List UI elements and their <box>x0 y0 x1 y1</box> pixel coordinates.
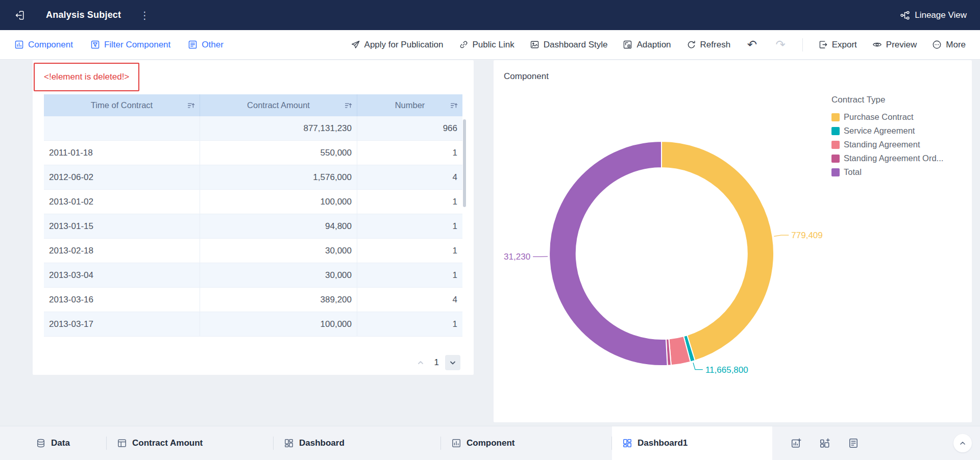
exit-icon <box>14 10 26 21</box>
column-header-contract-amount[interactable]: Contract Amount <box>200 94 357 116</box>
column-label: Number <box>395 100 425 110</box>
page-down-button[interactable] <box>445 355 460 370</box>
tab-component[interactable]: Component <box>441 426 611 460</box>
top-bar: Analysis Subject ⋮ Lineage View <box>0 0 980 30</box>
legend-item[interactable]: Standing Agreement Ord... <box>831 151 943 165</box>
add-filter-component-button[interactable]: Filter Component <box>90 40 170 50</box>
paper-plane-icon <box>351 40 360 49</box>
export-button[interactable]: Export <box>818 40 857 50</box>
column-header-number[interactable]: Number <box>357 94 462 116</box>
table-cell: 30,000 <box>200 263 357 287</box>
table-cell: 100,000 <box>200 312 357 336</box>
table-row[interactable]: 2011-01-18550,0001 <box>44 141 462 165</box>
legend-title: Contract Type <box>831 95 943 105</box>
table-row[interactable]: 2013-03-17100,0001 <box>44 312 462 337</box>
table-cell: 1 <box>357 312 462 336</box>
table-row[interactable]: 2013-01-02100,0001 <box>44 190 462 214</box>
exit-edit-button[interactable] <box>13 9 27 22</box>
deleted-element-notice: <!element is deleted!> <box>34 63 139 91</box>
more-button[interactable]: More <box>932 40 966 50</box>
database-icon <box>36 438 46 448</box>
tab-contract-amount[interactable]: Contract Amount <box>107 426 273 460</box>
adaption-button[interactable]: Adaption <box>623 40 671 50</box>
add-dashboard-tab-button[interactable] <box>818 437 831 450</box>
legend-items: Purchase ContractService AgreementStandi… <box>831 110 943 179</box>
column-header-time-of-contract[interactable]: Time of Contract <box>44 94 200 116</box>
dashboard-style-button[interactable]: Dashboard Style <box>530 40 608 50</box>
refresh-button[interactable]: Refresh <box>687 40 731 50</box>
redo-button[interactable]: ↷ <box>774 39 787 50</box>
column-label: Time of Contract <box>91 100 153 110</box>
tab-dashboard1[interactable]: Dashboard1 <box>612 426 772 460</box>
tab-label: Contract Amount <box>132 438 203 448</box>
more-label: More <box>946 40 966 50</box>
table-cell: 2013-01-15 <box>44 214 200 238</box>
collapse-bottom-bar-button[interactable] <box>953 434 972 452</box>
component-label: Component <box>28 40 73 50</box>
table-cell: 2013-03-16 <box>44 288 200 312</box>
table-cell: 2012-06-02 <box>44 165 200 189</box>
table-cell: 100,000 <box>200 190 357 214</box>
sort-icon[interactable] <box>187 101 195 110</box>
page-title: Analysis Subject <box>46 10 121 20</box>
legend-item[interactable]: Total <box>831 165 943 179</box>
table-row[interactable]: 2013-02-1830,0001 <box>44 239 462 263</box>
table-cell: 1 <box>357 190 462 214</box>
add-chart-tab-button[interactable] <box>790 437 803 450</box>
add-component-button[interactable]: Component <box>14 40 73 50</box>
sort-icon[interactable] <box>344 101 352 110</box>
add-other-button[interactable]: Other <box>188 40 224 50</box>
title-kebab-menu-icon[interactable]: ⋮ <box>139 10 150 20</box>
undo-button[interactable]: ↶ <box>746 39 758 50</box>
callout-label: 31,230 <box>504 252 530 262</box>
apply-for-publication-button[interactable]: Apply for Publication <box>351 40 444 50</box>
callout-line <box>774 235 789 236</box>
table-cell: 1,576,000 <box>200 165 357 189</box>
table-row[interactable]: 2013-01-1594,8001 <box>44 214 462 239</box>
export-icon <box>818 40 828 49</box>
table-cell: 30,000 <box>200 239 357 263</box>
public-link-button[interactable]: Public Link <box>459 40 514 50</box>
table-row[interactable]: 2013-03-0430,0001 <box>44 263 462 288</box>
legend-label: Service Agreement <box>844 126 915 136</box>
table-scrollbar-thumb[interactable] <box>463 119 466 207</box>
column-label: Contract Amount <box>247 100 310 110</box>
dashboard-icon <box>284 438 294 448</box>
public-link-label: Public Link <box>473 40 514 50</box>
tab-dashboard[interactable]: Dashboard <box>274 426 440 460</box>
legend-swatch-icon <box>831 168 840 176</box>
legend-swatch-icon <box>831 155 840 163</box>
legend-swatch-icon <box>831 113 840 121</box>
tab-label: Dashboard1 <box>638 438 688 448</box>
donut-slice-0[interactable] <box>662 141 774 361</box>
notes-button[interactable] <box>847 437 860 450</box>
sort-icon[interactable] <box>450 101 458 110</box>
table-row[interactable]: 2012-06-021,576,0004 <box>44 165 462 190</box>
table-row[interactable]: 877,131,230966 <box>44 116 462 141</box>
eye-icon <box>872 40 882 49</box>
component-icon <box>14 40 24 49</box>
table-pagination: 1 <box>413 355 460 370</box>
table-partial-row <box>44 337 462 340</box>
link-icon <box>459 40 469 49</box>
table-cell: 1 <box>357 263 462 287</box>
more-ellipsis-icon <box>932 40 942 49</box>
page-up-button[interactable] <box>413 355 428 370</box>
table-cell: 966 <box>357 116 462 140</box>
table-row[interactable]: 2013-03-16389,2004 <box>44 288 462 312</box>
legend-label: Purchase Contract <box>844 112 914 122</box>
table-cell: 2013-02-18 <box>44 239 200 263</box>
add-chart-icon <box>791 438 802 449</box>
legend-item[interactable]: Service Agreement <box>831 124 943 138</box>
adaption-layout-icon <box>623 40 632 49</box>
pie-chart-component-card: Component 779,40911,665,80031,230 Contra… <box>494 60 972 422</box>
contract-table: Time of Contract Contract Amount Number <box>44 94 462 340</box>
legend-item[interactable]: Standing Agreement <box>831 138 943 151</box>
table-cell: 550,000 <box>200 141 357 165</box>
tab-data[interactable]: Data <box>0 426 106 460</box>
tab-label: Dashboard <box>299 438 345 448</box>
legend-item[interactable]: Purchase Contract <box>831 110 943 124</box>
preview-button[interactable]: Preview <box>872 40 917 50</box>
donut-slice-4[interactable] <box>549 141 667 366</box>
lineage-view-button[interactable]: Lineage View <box>900 10 967 20</box>
